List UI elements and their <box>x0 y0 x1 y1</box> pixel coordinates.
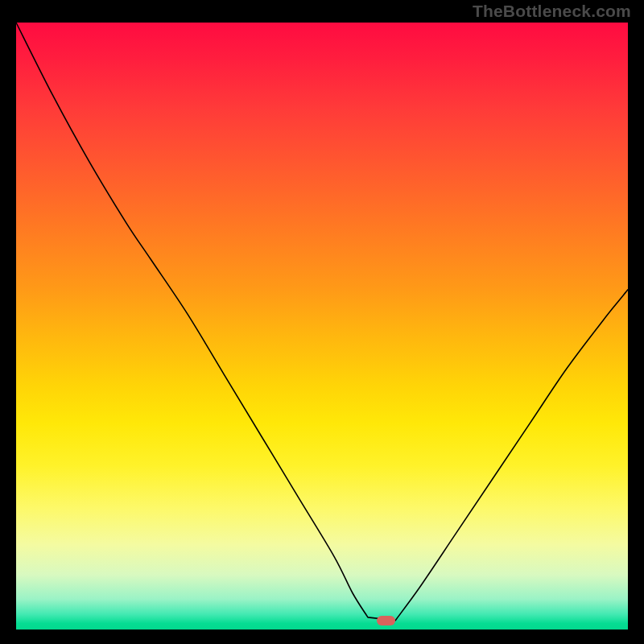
curve-svg <box>16 23 628 630</box>
watermark-text: TheBottleneck.com <box>473 2 631 21</box>
chart-frame: TheBottleneck.com <box>0 0 644 644</box>
optimum-marker <box>377 616 395 625</box>
bottleneck-curve-path <box>16 23 628 621</box>
plot-area <box>16 23 628 630</box>
